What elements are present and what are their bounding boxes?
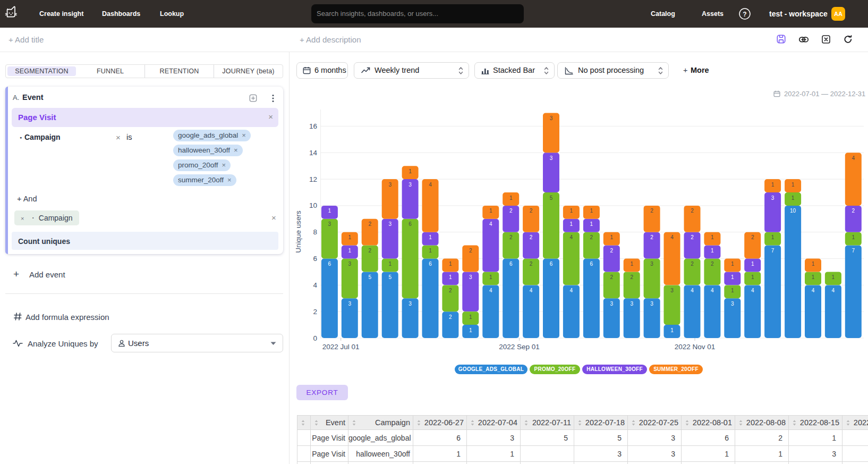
svg-text:1: 1 bbox=[449, 274, 452, 280]
svg-text:1: 1 bbox=[388, 261, 392, 267]
svg-text:3: 3 bbox=[328, 221, 331, 227]
svg-text:3: 3 bbox=[469, 274, 472, 280]
svg-text:6: 6 bbox=[550, 261, 553, 267]
svg-text:4: 4 bbox=[313, 281, 317, 289]
svg-text:3: 3 bbox=[650, 301, 653, 307]
svg-text:6: 6 bbox=[429, 261, 432, 267]
svg-text:1: 1 bbox=[489, 274, 492, 280]
svg-text:1: 1 bbox=[751, 274, 754, 280]
svg-text:1: 1 bbox=[348, 248, 352, 254]
svg-text:2: 2 bbox=[509, 234, 513, 240]
svg-text:2: 2 bbox=[691, 234, 694, 240]
svg-text:1: 1 bbox=[731, 288, 734, 293]
svg-text:1: 1 bbox=[832, 274, 835, 280]
svg-text:1: 1 bbox=[590, 221, 593, 227]
svg-text:4: 4 bbox=[832, 288, 835, 293]
svg-text:1: 1 bbox=[429, 248, 432, 254]
svg-text:8: 8 bbox=[313, 228, 317, 236]
svg-text:2: 2 bbox=[368, 221, 371, 227]
svg-text:6: 6 bbox=[313, 255, 317, 263]
svg-text:2: 2 bbox=[650, 234, 653, 240]
svg-text:1: 1 bbox=[348, 234, 352, 240]
svg-text:4: 4 bbox=[711, 288, 714, 293]
svg-text:1: 1 bbox=[449, 261, 452, 267]
svg-text:7: 7 bbox=[852, 248, 855, 254]
svg-text:1: 1 bbox=[731, 274, 734, 280]
svg-text:3: 3 bbox=[731, 301, 734, 307]
svg-text:3: 3 bbox=[348, 261, 352, 267]
svg-text:1: 1 bbox=[469, 314, 472, 320]
svg-text:6: 6 bbox=[328, 261, 331, 267]
svg-text:4: 4 bbox=[812, 288, 815, 293]
svg-text:2: 2 bbox=[590, 234, 593, 240]
svg-text:3: 3 bbox=[409, 182, 412, 188]
svg-text:4: 4 bbox=[489, 288, 492, 293]
svg-text:4: 4 bbox=[570, 234, 573, 240]
svg-text:1: 1 bbox=[711, 248, 714, 254]
svg-text:4: 4 bbox=[429, 182, 432, 188]
svg-text:1: 1 bbox=[771, 234, 775, 240]
svg-text:4: 4 bbox=[570, 288, 573, 293]
svg-text:10: 10 bbox=[790, 208, 796, 214]
svg-text:1: 1 bbox=[792, 195, 795, 201]
svg-text:2: 2 bbox=[313, 308, 317, 316]
svg-text:1: 1 bbox=[812, 274, 815, 280]
svg-text:1: 1 bbox=[771, 182, 775, 188]
svg-text:2: 2 bbox=[610, 248, 614, 254]
svg-text:2: 2 bbox=[610, 274, 614, 280]
svg-text:3: 3 bbox=[610, 301, 614, 307]
svg-text:3: 3 bbox=[771, 195, 775, 201]
svg-text:1: 1 bbox=[509, 195, 513, 201]
svg-text:2022 Sep 01: 2022 Sep 01 bbox=[499, 343, 540, 351]
svg-text:1: 1 bbox=[328, 208, 331, 214]
svg-text:3: 3 bbox=[550, 115, 553, 121]
svg-text:1: 1 bbox=[570, 208, 573, 214]
svg-text:2: 2 bbox=[711, 261, 714, 267]
svg-text:3: 3 bbox=[409, 301, 412, 307]
svg-text:1: 1 bbox=[711, 234, 714, 240]
svg-text:3: 3 bbox=[388, 182, 392, 188]
svg-text:3: 3 bbox=[348, 301, 352, 307]
svg-text:1: 1 bbox=[610, 234, 614, 240]
svg-text:1: 1 bbox=[630, 261, 633, 267]
svg-text:1: 1 bbox=[429, 234, 432, 240]
svg-text:1: 1 bbox=[409, 168, 412, 174]
svg-text:2: 2 bbox=[469, 248, 472, 254]
svg-text:2: 2 bbox=[630, 274, 633, 280]
svg-text:1: 1 bbox=[469, 327, 472, 333]
svg-text:16: 16 bbox=[309, 122, 317, 130]
svg-text:4: 4 bbox=[751, 288, 754, 293]
svg-text:0: 0 bbox=[313, 334, 317, 342]
svg-text:1: 1 bbox=[852, 234, 855, 240]
svg-text:4: 4 bbox=[852, 155, 855, 161]
svg-text:7: 7 bbox=[771, 248, 775, 254]
svg-text:12: 12 bbox=[309, 175, 317, 183]
svg-text:2: 2 bbox=[852, 208, 855, 214]
svg-text:2: 2 bbox=[530, 208, 533, 214]
svg-text:10: 10 bbox=[309, 201, 317, 209]
svg-text:5: 5 bbox=[368, 274, 371, 280]
svg-text:6: 6 bbox=[409, 221, 412, 227]
svg-text:1: 1 bbox=[590, 208, 593, 214]
svg-text:2: 2 bbox=[509, 208, 513, 214]
svg-text:2: 2 bbox=[449, 288, 452, 293]
svg-text:4: 4 bbox=[691, 288, 694, 293]
svg-text:2022 Nov 01: 2022 Nov 01 bbox=[675, 343, 716, 351]
svg-text:2: 2 bbox=[530, 261, 533, 267]
svg-text:3: 3 bbox=[550, 155, 553, 161]
svg-text:2022 Jul 01: 2022 Jul 01 bbox=[322, 343, 360, 351]
svg-text:Unique users: Unique users bbox=[294, 210, 302, 253]
svg-text:3: 3 bbox=[670, 288, 674, 293]
svg-text:1: 1 bbox=[570, 221, 573, 227]
svg-text:?: ? bbox=[743, 11, 746, 18]
svg-text:2: 2 bbox=[751, 234, 754, 240]
svg-text:6: 6 bbox=[509, 261, 513, 267]
svg-text:4: 4 bbox=[670, 234, 674, 240]
svg-text:1: 1 bbox=[751, 261, 754, 267]
svg-text:2: 2 bbox=[691, 261, 694, 267]
svg-text:2: 2 bbox=[368, 248, 371, 254]
svg-text:3: 3 bbox=[388, 221, 392, 227]
svg-text:3: 3 bbox=[630, 301, 633, 307]
svg-text:2: 2 bbox=[691, 208, 694, 214]
svg-text:4: 4 bbox=[530, 288, 533, 293]
